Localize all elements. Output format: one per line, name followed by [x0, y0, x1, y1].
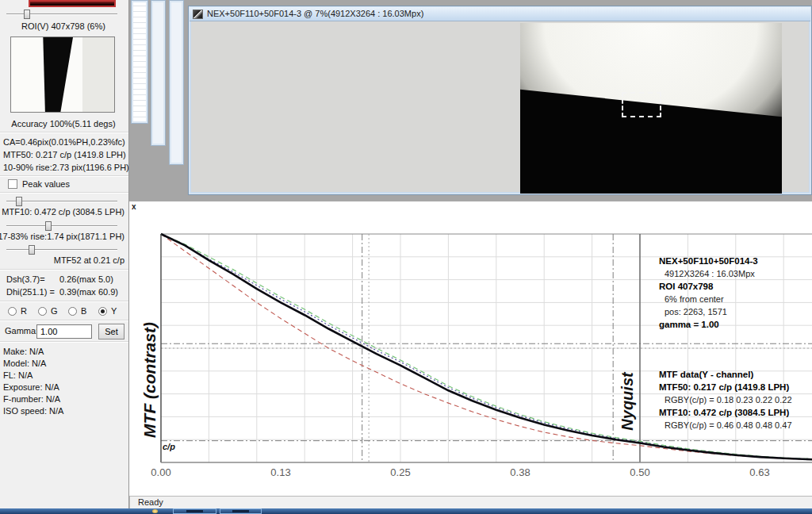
mtf-data-title: MTF data(Y - channel) — [659, 368, 792, 381]
accuracy-label: Accuracy 100%(5.11 degs) — [0, 119, 127, 128]
stacked-window-3[interactable] — [169, 0, 184, 165]
radio-channel-y[interactable] — [98, 307, 107, 316]
radio-label-r: R — [21, 306, 27, 316]
start-orb-icon[interactable] — [13, 508, 30, 514]
roi-label: ROI(V) 407x798 (6%) — [0, 21, 127, 31]
mtf50-rgby: RGBY(c/p) = 0.18 0.23 0.22 0.22 — [659, 393, 792, 406]
status-bar: Ready — [129, 496, 812, 508]
mtf50-line: MTF50: 0.217 c/p (1419.8 LPH) — [659, 381, 792, 393]
image-window: NEX+50F110+50F014-3 @ 7%(4912X3264 : 16.… — [188, 6, 812, 195]
gamma-label: Gamma: — [5, 326, 38, 336]
test-chart-photo[interactable] — [520, 23, 782, 194]
svg-text:0.25: 0.25 — [390, 466, 410, 478]
taskbar-notification-icon[interactable] — [152, 509, 158, 513]
radio-label-y: Y — [111, 306, 117, 316]
peak-values-label: Peak values — [22, 179, 70, 189]
control-sidebar: ROI(V) 407x798 (6%) Accuracy 100%(5.11 d… — [0, 0, 129, 508]
density-plot-fragment — [29, 0, 116, 7]
status-text: Ready — [138, 497, 163, 507]
mtf10-slider-label: MTF10: 0.472 c/p (3084.5 LPH) — [2, 207, 124, 217]
legend-gamma: gamma = 1.00 — [659, 318, 758, 331]
mtf10-rgby: RGBY(c/p) = 0.46 0.48 0.48 0.47 — [659, 419, 792, 432]
exif-fl: FL: N/A — [3, 370, 33, 380]
svg-text:0.00: 0.00 — [151, 466, 170, 478]
peak-values-checkbox[interactable] — [8, 179, 17, 189]
legend-mtf-data: MTF data(Y - channel) MTF50: 0.217 c/p (… — [659, 368, 792, 432]
x-axis-unit-label: c/p — [163, 442, 175, 451]
taskbar-button-2[interactable] — [220, 508, 262, 514]
channel-radio-group: R G B Y — [0, 307, 129, 318]
stacked-window-2[interactable] — [151, 0, 166, 146]
radio-channel-g[interactable] — [38, 307, 47, 316]
stat-rise: 10-90% rise:2.73 pix(1196.6 PH) — [3, 163, 129, 172]
close-icon[interactable]: x — [132, 202, 136, 211]
svg-text:0.38: 0.38 — [510, 466, 530, 478]
mtf52-slider-label: MTF52 at 0.21 c/p — [54, 255, 124, 265]
exif-exposure: Exposure: N/A — [3, 382, 59, 392]
dsh-label: Dsh(3.7)= — [6, 274, 45, 284]
roi-selection-rect[interactable] — [622, 92, 661, 117]
legend-roi-info: NEX+50F110+50F014-3 4912X3264 : 16.03Mpx… — [659, 255, 758, 331]
rise-slider-label: 17-83% rise:1.74 pix(1871.1 PH) — [0, 232, 124, 241]
radio-label-g: G — [51, 306, 58, 316]
mtf-chart-panel: x 0.000.130.250.380.500.63 MTF (contrast… — [129, 201, 812, 496]
top-slider[interactable] — [0, 9, 129, 20]
exif-iso: ISO speed: N/A — [3, 406, 63, 416]
dsh-value: 0.26(max 5.0) — [59, 274, 113, 284]
mtf10-line: MTF10: 0.472 c/p (3084.5 LPH) — [659, 406, 792, 419]
edge-light-band — [82, 37, 114, 112]
legend-roi-pos: pos: 2263, 1571 — [659, 305, 758, 318]
window-icon — [193, 10, 203, 19]
legend-resolution: 4912X3264 : 16.03Mpx — [659, 267, 758, 280]
radio-label-b: B — [81, 306, 86, 316]
y-axis-label: MTF (contrast) — [140, 293, 161, 467]
svg-text:0.13: 0.13 — [270, 466, 290, 478]
legend-filename: NEX+50F110+50F014-3 — [659, 255, 758, 267]
rise-slider[interactable] — [0, 221, 129, 232]
exif-fnumber: F-number: N/A — [3, 394, 60, 404]
window-title: NEX+50F110+50F014-3 @ 7%(4912X3264 : 16.… — [207, 9, 423, 18]
image-window-body — [191, 21, 809, 192]
gamma-set-button[interactable]: Set — [98, 324, 124, 339]
exif-model: Model: N/A — [3, 359, 46, 368]
windows-taskbar[interactable] — [0, 508, 812, 514]
edge-roi-thumbnail[interactable] — [10, 36, 115, 113]
mtf52-slider[interactable] — [0, 244, 129, 255]
mtf10-slider[interactable] — [0, 196, 129, 207]
stat-ca: CA=0.46pix(0.01%PH,0.23%fc) — [3, 137, 125, 147]
radio-channel-b[interactable] — [68, 307, 77, 316]
legend-roi-center: 6% from center — [659, 293, 758, 305]
radio-channel-r[interactable] — [8, 307, 17, 316]
mtf-plot: 0.000.130.250.380.500.63 — [129, 201, 812, 497]
dhi-label: Dhi(251.1) = — [6, 287, 55, 297]
svg-text:0.50: 0.50 — [630, 466, 649, 478]
svg-text:0.63: 0.63 — [749, 466, 769, 478]
dhi-value: 0.39(max 60.9) — [59, 287, 118, 297]
stacked-window-1[interactable] — [131, 0, 148, 124]
exif-make: Make: N/A — [3, 347, 44, 356]
taskbar-button-1[interactable] — [173, 508, 216, 514]
nyquist-label: Nyquist — [619, 352, 639, 451]
gamma-input[interactable] — [36, 324, 92, 339]
image-window-titlebar[interactable]: NEX+50F110+50F014-3 @ 7%(4912X3264 : 16.… — [190, 7, 810, 21]
stat-mtf50: MTF50: 0.217 c/p (1419.8 LPH) — [3, 150, 126, 159]
legend-roi-size: ROI 407x798 — [659, 280, 758, 293]
